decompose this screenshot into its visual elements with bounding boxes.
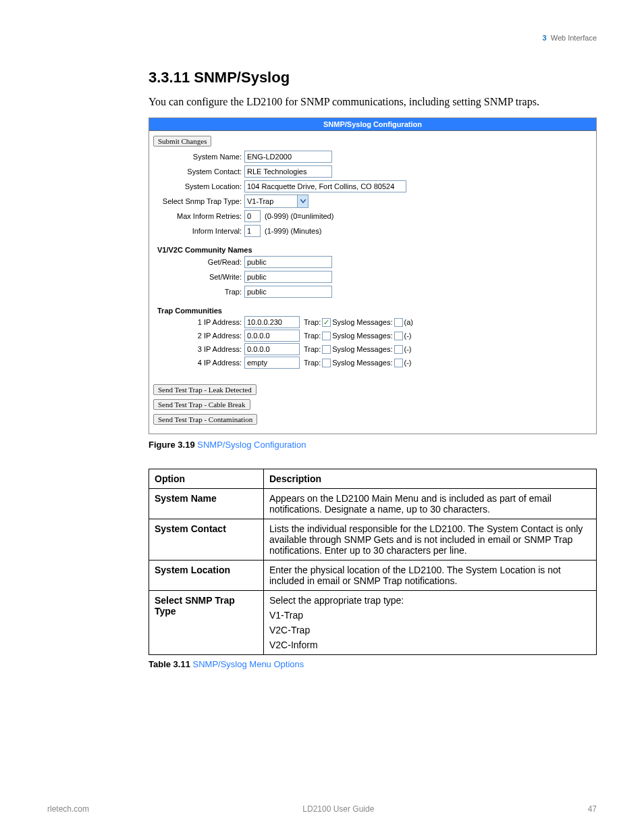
get-read-label: Get/Read: <box>153 258 244 266</box>
system-location-input[interactable] <box>244 180 406 192</box>
chevron-down-icon <box>297 195 308 207</box>
trap2-syslog-checkbox[interactable] <box>394 332 403 340</box>
intro-paragraph: You can configure the LD2100 for SNMP co… <box>149 96 597 108</box>
system-name-label: System Name: <box>153 153 244 161</box>
inform-interval-label: Inform Interval: <box>153 227 244 235</box>
trap2-trap-checkbox[interactable] <box>322 332 331 340</box>
trap-community-input[interactable] <box>244 286 332 298</box>
trap-row: 1 IP Address: Trap: Syslog Messages: (a) <box>153 316 592 328</box>
page-header: 3 Web Interface <box>47 34 597 42</box>
test-trap-cable-button[interactable]: Send Test Trap - Cable Break <box>153 399 250 410</box>
max-retries-input[interactable] <box>244 210 261 222</box>
trap3-syslog-checkbox[interactable] <box>394 345 403 354</box>
trap2-ip-input[interactable] <box>244 330 300 342</box>
trap4-label: 4 IP Address: <box>153 359 244 367</box>
footer-right: 47 <box>588 804 597 814</box>
syslog-word: Syslog Messages: <box>332 318 392 326</box>
col-description: Description <box>264 469 597 489</box>
footer-left: rletech.com <box>47 804 89 814</box>
trap-type-label: Select Snmp Trap Type: <box>153 197 244 205</box>
test-trap-leak-button[interactable]: Send Test Trap - Leak Detected <box>153 384 257 395</box>
trap3-ip-input[interactable] <box>244 343 300 355</box>
inform-interval-hint: (1-999) (Minutes) <box>265 227 321 235</box>
test-trap-contamination-button[interactable]: Send Test Trap - Contamination <box>153 414 257 425</box>
footer-center: LD2100 User Guide <box>302 804 374 814</box>
trap2-suffix: (-) <box>404 332 412 340</box>
set-write-input[interactable] <box>244 271 332 283</box>
chapter-title: Web Interface <box>551 34 597 42</box>
system-location-label: System Location: <box>153 182 244 190</box>
max-retries-hint: (0-999) (0=unlimited) <box>265 212 333 220</box>
page-footer: rletech.com LD2100 User Guide 47 <box>47 804 597 814</box>
trap4-trap-checkbox[interactable] <box>322 359 331 367</box>
trap2-label: 2 IP Address: <box>153 332 244 340</box>
table-row: System Location Enter the physical locat… <box>149 561 597 591</box>
submit-changes-button[interactable]: Submit Changes <box>153 136 211 147</box>
config-screenshot: SNMP/Syslog Configuration Submit Changes… <box>149 118 597 434</box>
trap-community-label: Trap: <box>153 288 244 296</box>
trap3-label: 3 IP Address: <box>153 345 244 353</box>
trap-row: 4 IP Address: Trap: Syslog Messages: (-) <box>153 357 592 369</box>
get-read-input[interactable] <box>244 256 332 268</box>
system-contact-input[interactable] <box>244 165 332 178</box>
table-caption: Table 3.11 SNMP/Syslog Menu Options <box>149 659 597 669</box>
col-option: Option <box>149 469 264 489</box>
chapter-number: 3 <box>542 34 546 42</box>
inform-interval-input[interactable] <box>244 225 261 237</box>
set-write-label: Set/Write: <box>153 273 244 281</box>
section-heading: 3.3.11 SNMP/Syslog <box>149 69 597 86</box>
table-row: System Contact Lists the individual resp… <box>149 519 597 561</box>
figure-caption: Figure 3.19 SNMP/Syslog Configuration <box>149 440 597 450</box>
trap-communities-header: Trap Communities <box>157 307 592 315</box>
trap-word: Trap: <box>304 318 321 326</box>
config-banner: SNMP/Syslog Configuration <box>149 118 596 131</box>
trap3-suffix: (-) <box>404 345 412 353</box>
system-name-input[interactable] <box>244 151 332 163</box>
table-row: System Name Appears on the LD2100 Main M… <box>149 489 597 519</box>
trap1-ip-input[interactable] <box>244 316 300 328</box>
trap-type-select[interactable]: V1-Trap <box>244 194 308 208</box>
trap-row: 3 IP Address: Trap: Syslog Messages: (-) <box>153 343 592 355</box>
trap1-label: 1 IP Address: <box>153 318 244 326</box>
max-retries-label: Max Inform Retries: <box>153 212 244 220</box>
table-row: Select SNMP Trap Type Select the appropr… <box>149 591 597 655</box>
trap4-suffix: (-) <box>404 359 412 367</box>
trap4-syslog-checkbox[interactable] <box>394 359 403 367</box>
trap4-ip-input[interactable] <box>244 357 300 369</box>
trap1-suffix: (a) <box>404 318 413 326</box>
trap-row: 2 IP Address: Trap: Syslog Messages: (-) <box>153 330 592 342</box>
system-contact-label: System Contact: <box>153 167 244 176</box>
trap1-syslog-checkbox[interactable] <box>394 318 403 327</box>
trap3-trap-checkbox[interactable] <box>322 345 331 354</box>
options-table: Option Description System Name Appears o… <box>149 469 597 655</box>
community-names-header: V1/V2C Community Names <box>157 246 592 254</box>
trap1-trap-checkbox[interactable] <box>322 318 331 327</box>
